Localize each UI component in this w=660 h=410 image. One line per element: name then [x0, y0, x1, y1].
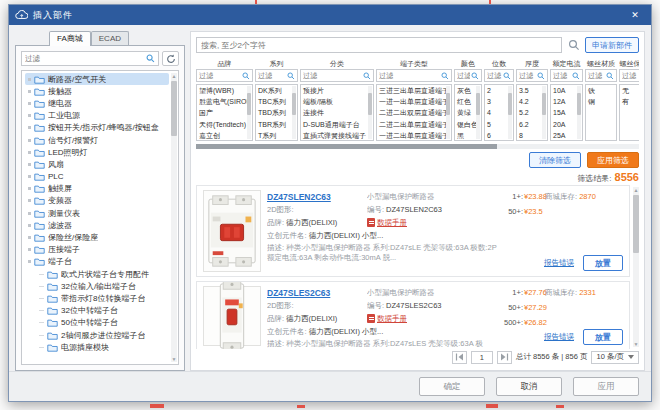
filter-option[interactable]: 红色 — [455, 96, 476, 107]
column-scrollbar[interactable] — [368, 86, 372, 139]
scrollbar-thumb[interactable] — [196, 144, 497, 149]
filter-option[interactable]: 端板/隔板 — [301, 96, 368, 107]
column-scrollbar[interactable] — [247, 86, 251, 139]
filter-option[interactable]: 6.2 — [517, 119, 542, 130]
column-scrollbar[interactable] — [292, 86, 296, 139]
part-search-box[interactable] — [196, 37, 562, 53]
pagination-first-button[interactable] — [452, 351, 467, 364]
tree-item[interactable]: 32位输入/输出端子台 — [22, 280, 169, 292]
filter-option[interactable]: 6 — [485, 130, 508, 141]
tree-item[interactable]: 32位中转端子台 — [22, 305, 169, 317]
filter-option[interactable]: 4 — [485, 107, 508, 118]
column-scrollbar[interactable] — [508, 86, 512, 139]
part-search-input[interactable] — [201, 41, 557, 50]
filter-option[interactable]: 连接件 — [301, 107, 368, 118]
tree-item[interactable]: 保险丝/保险座 — [22, 231, 169, 243]
filter-option[interactable]: D-SUB通用端子台 — [301, 119, 368, 130]
filter-option[interactable]: TBC系列 — [256, 96, 292, 107]
filter-input-box[interactable] — [300, 69, 374, 82]
filter-option[interactable]: 灰色 — [455, 85, 476, 96]
ok-button[interactable]: 确定 — [419, 377, 485, 396]
filter-option[interactable]: T系列 — [256, 130, 292, 141]
scrollbar-thumb[interactable] — [476, 93, 480, 115]
filter-input[interactable] — [457, 72, 470, 79]
filter-option[interactable]: 10A — [551, 85, 577, 96]
tree-item[interactable]: 信号灯/报警灯 — [22, 134, 169, 146]
product-title-link[interactable]: DZ47SLEN2C63 — [267, 192, 331, 202]
filter-option[interactable]: 银白色 — [455, 119, 476, 130]
column-scrollbar[interactable] — [542, 86, 546, 139]
filter-option[interactable]: 有 — [620, 96, 639, 107]
tab-ecad[interactable]: ECAD — [91, 31, 129, 45]
filter-input-box[interactable] — [376, 69, 452, 82]
tree-item[interactable]: 欧式片状端子台专用配件 — [22, 268, 169, 280]
tree-scrollbar[interactable]: ▲ ▼ — [171, 73, 177, 362]
tree-item[interactable]: 断路器/空气开关 — [25, 73, 169, 85]
filter-input-box[interactable] — [585, 69, 617, 82]
filter-option[interactable]: 一进二出单层直通端子 — [377, 130, 446, 141]
filter-option[interactable]: 国产 — [197, 107, 247, 118]
tree-item[interactable]: 2轴伺服步进位控端子台 — [22, 329, 169, 341]
filter-option[interactable]: TBD系列 — [256, 107, 292, 118]
filter-option[interactable]: 天得(Tendtech) — [197, 119, 247, 130]
filter-input[interactable] — [379, 72, 440, 79]
category-filter-box[interactable] — [21, 51, 159, 66]
filter-input[interactable] — [258, 72, 286, 79]
filter-input-box[interactable] — [255, 69, 298, 82]
filter-option[interactable]: 5 — [485, 119, 508, 130]
filter-option[interactable]: 铁 — [586, 85, 611, 96]
filter-option[interactable]: 3.5 — [517, 85, 542, 96]
filter-option[interactable]: 一进一出单层直通端子 — [377, 96, 446, 107]
filter-option[interactable]: 铜 — [586, 96, 611, 107]
filter-option[interactable]: 黄绿 — [455, 107, 476, 118]
tree-item[interactable]: 端子台 — [22, 256, 169, 268]
tree-item[interactable]: 带指示灯8位转换端子台 — [22, 292, 169, 304]
filter-option[interactable]: 4.2 — [517, 96, 542, 107]
product-list-scrollbar[interactable]: ▲ ▼ — [633, 187, 639, 347]
filter-option[interactable]: 2 — [485, 85, 508, 96]
tree-item[interactable]: PLC — [22, 171, 169, 183]
filter-option[interactable]: 胜蓝电气(SIRON) — [197, 96, 247, 107]
filter-option[interactable]: DK系列 — [256, 85, 292, 96]
tree-item[interactable]: 工业电源 — [22, 110, 169, 122]
filter-input[interactable] — [622, 72, 639, 79]
scrollbar-thumb[interactable] — [508, 93, 512, 115]
filter-option[interactable]: 20A — [551, 119, 577, 130]
filter-option[interactable]: 15A — [551, 107, 577, 118]
per-page-select[interactable]: 10 条/页 — [591, 351, 639, 364]
filter-option[interactable]: 二进二出单层直通端子 — [377, 119, 446, 130]
scrollbar-thumb[interactable] — [633, 195, 639, 253]
filter-input-box[interactable] — [516, 69, 548, 82]
scrollbar-thumb[interactable] — [247, 93, 251, 115]
place-button[interactable]: 放置 — [583, 255, 623, 271]
tree-item[interactable]: 接触器 — [22, 85, 169, 97]
refresh-button[interactable] — [162, 51, 179, 66]
tree-item[interactable]: 50位中转端子台 — [22, 317, 169, 329]
filter-option[interactable]: 嘉立创 — [197, 130, 247, 141]
filter-option[interactable]: 直插式弹簧接线端子 — [301, 130, 368, 141]
category-filter-input[interactable] — [25, 54, 146, 63]
column-scrollbar[interactable] — [446, 86, 450, 139]
column-scrollbar[interactable] — [476, 86, 480, 139]
column-scrollbar[interactable] — [577, 86, 581, 139]
filter-input[interactable] — [553, 72, 571, 79]
tab-fa-mall[interactable]: FA商城 — [49, 31, 91, 46]
clear-filter-button[interactable]: 清除筛选 — [529, 152, 581, 168]
filter-option[interactable]: 黑 — [455, 130, 476, 141]
filter-option[interactable]: 望博(WBR) — [197, 85, 247, 96]
report-error-link[interactable]: 报告错误 — [544, 258, 574, 268]
place-button[interactable]: 放置 — [583, 329, 623, 345]
tree-item[interactable]: 压接端子 — [22, 244, 169, 256]
page-number-input[interactable]: 1 — [471, 351, 493, 364]
apply-new-part-button[interactable]: 申请新部件 — [585, 37, 639, 53]
filter-option[interactable]: 二进二出双层直通端子 — [377, 107, 446, 118]
filter-input[interactable] — [199, 72, 241, 79]
datasheet-link[interactable]: 数据手册 — [377, 314, 407, 324]
scrollbar-thumb[interactable] — [292, 93, 296, 115]
report-error-link[interactable]: 报告错误 — [544, 332, 574, 342]
filter-option[interactable]: 25A — [551, 130, 577, 141]
filter-option[interactable]: 12A — [551, 96, 577, 107]
tree-item[interactable]: 变频器 — [22, 195, 169, 207]
scrollbar-thumb[interactable] — [446, 93, 450, 115]
filter-input-box[interactable] — [454, 69, 482, 82]
